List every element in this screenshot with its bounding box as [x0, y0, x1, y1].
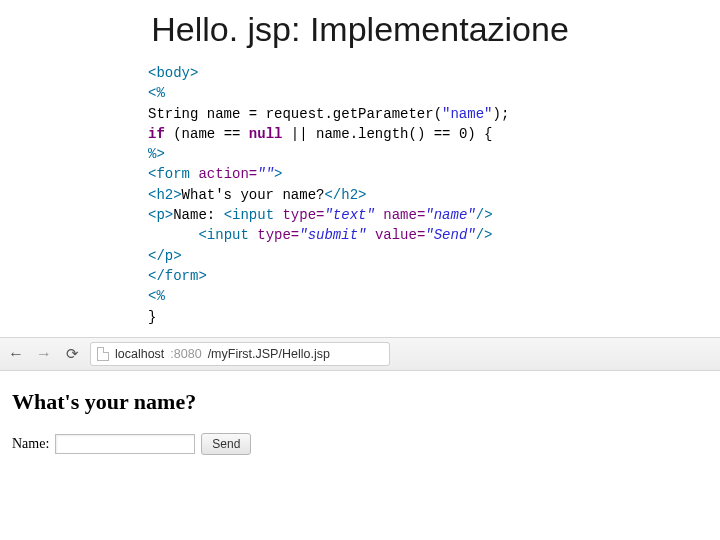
code-value: "Send": [425, 227, 475, 243]
send-button[interactable]: Send: [201, 433, 251, 455]
code-text: );: [492, 106, 509, 122]
address-bar[interactable]: localhost:8080/myFirst.JSP/Hello.jsp: [90, 342, 390, 366]
code-attr: type=: [257, 227, 299, 243]
code-tag: </form>: [148, 268, 207, 284]
code-tag: <form: [148, 166, 198, 182]
code-tag: <p>: [148, 207, 173, 223]
url-port: :8080: [170, 347, 201, 361]
code-attr: action=: [198, 166, 257, 182]
code-text: == 0) {: [434, 126, 493, 142]
back-button[interactable]: ←: [6, 344, 26, 364]
code-tag: />: [476, 227, 493, 243]
code-tag: <input: [224, 207, 283, 223]
code-value: "text": [324, 207, 374, 223]
forward-button[interactable]: →: [34, 344, 54, 364]
page-heading: What's your name?: [12, 389, 708, 415]
code-text: What's your name?: [182, 187, 325, 203]
browser-toolbar: ← → ⟳ localhost:8080/myFirst.JSP/Hello.j…: [0, 337, 720, 371]
code-tag: <h2>: [148, 187, 182, 203]
page-icon: [97, 347, 109, 361]
code-jsp-open: <%: [148, 85, 165, 101]
code-jsp-close: %>: [148, 146, 165, 162]
code-space: [366, 227, 374, 243]
code-indent: [148, 227, 198, 243]
code-text: ==: [224, 126, 249, 142]
code-tag: </h2>: [324, 187, 366, 203]
code-string: "name": [442, 106, 492, 122]
code-text: = request.getParameter(: [249, 106, 442, 122]
code-value: "name": [425, 207, 475, 223]
rendered-page: What's your name? Name: Send: [0, 371, 720, 467]
form-row: Name: Send: [12, 433, 708, 455]
code-attr: type=: [282, 207, 324, 223]
url-host: localhost: [115, 347, 164, 361]
code-text: }: [148, 309, 156, 325]
code-tag: />: [476, 207, 493, 223]
code-tag: </p>: [148, 248, 182, 264]
code-tag: >: [274, 166, 282, 182]
code-text: || name.length(): [282, 126, 433, 142]
reload-button[interactable]: ⟳: [62, 344, 82, 364]
code-tag: <body>: [148, 65, 198, 81]
code-attr: name=: [383, 207, 425, 223]
code-value: "": [257, 166, 274, 182]
code-value: "submit": [299, 227, 366, 243]
code-text: Name:: [173, 207, 223, 223]
code-jsp-open: <%: [148, 288, 165, 304]
code-block: <body> <% String name = request.getParam…: [148, 63, 720, 327]
code-text: (name: [165, 126, 224, 142]
name-label: Name:: [12, 436, 49, 452]
slide-title: Hello. jsp: Implementazione: [0, 10, 720, 49]
code-text: String name: [148, 106, 249, 122]
code-attr: value=: [375, 227, 425, 243]
code-keyword: null: [249, 126, 283, 142]
code-keyword: if: [148, 126, 165, 142]
code-tag: <input: [198, 227, 257, 243]
url-path: /myFirst.JSP/Hello.jsp: [208, 347, 330, 361]
name-input[interactable]: [55, 434, 195, 454]
